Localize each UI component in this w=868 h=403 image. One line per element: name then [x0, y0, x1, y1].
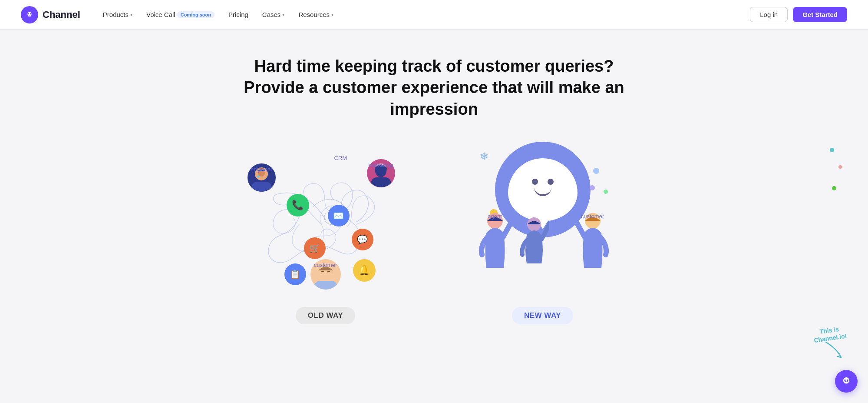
nav-left: Channel Products ▾ Voice Call Coming soo…	[21, 6, 339, 23]
snowflake-icon: ❄	[480, 150, 488, 163]
new-way-panel: ❄ agent	[452, 137, 634, 324]
cart-icon: 🛒	[304, 237, 326, 259]
new-way-illustration: ❄ agent	[452, 137, 634, 303]
hero-headline: Hard time keeping track of customer quer…	[239, 56, 630, 120]
illustrations-section: engineer CRM marketing 📞	[0, 120, 868, 333]
nav-links: Products ▾ Voice Call Coming soon Pricin…	[98, 8, 339, 21]
scatter-dots-area	[830, 148, 842, 190]
new-way-badge: NEW WAY	[512, 307, 573, 324]
old-way-badge: OLD WAY	[296, 307, 355, 324]
nav-right: Log in Get Started	[750, 7, 847, 22]
customer-avatar-left: customer	[310, 259, 341, 290]
scatter-dot-2	[838, 165, 842, 169]
scatter-dot-1	[830, 148, 834, 152]
left-eye	[532, 179, 538, 185]
logo-icon	[21, 6, 38, 23]
deco-dot-3	[590, 185, 595, 190]
nav-item-resources[interactable]: Resources ▾	[293, 8, 339, 21]
deco-dot-2	[604, 190, 608, 194]
nav-item-pricing[interactable]: Pricing	[223, 8, 254, 21]
annotation-arrow	[824, 340, 845, 362]
chat-icon: 💬	[352, 229, 373, 250]
face-mouth	[534, 187, 551, 196]
svg-point-15	[844, 380, 846, 381]
chevron-down-icon: ▾	[282, 12, 284, 17]
customer-label-right: customer	[581, 213, 604, 220]
deco-dot-1	[593, 168, 599, 174]
coming-soon-badge: Coming soon	[177, 11, 215, 18]
clipboard-icon: 📋	[284, 263, 306, 285]
customer-figure-right: customer	[575, 211, 610, 268]
nav-item-voice-call[interactable]: Voice Call Coming soon	[141, 8, 220, 21]
bell-icon: 🔔	[353, 259, 376, 282]
svg-point-1	[28, 13, 29, 14]
login-button[interactable]: Log in	[750, 7, 788, 22]
chevron-down-icon: ▾	[130, 12, 132, 17]
logo-text: Channel	[43, 9, 80, 20]
email-icon: ✉️	[328, 205, 350, 226]
customer-label-left: customer	[314, 262, 337, 268]
crm-label: CRM	[334, 155, 347, 161]
svg-rect-10	[314, 281, 337, 290]
engineer-label: engineer	[251, 166, 273, 173]
engineer-avatar: engineer	[248, 163, 276, 192]
svg-point-2	[30, 13, 31, 14]
scatter-dot-3	[832, 186, 836, 190]
get-started-button[interactable]: Get Started	[793, 7, 847, 22]
hero-section: Hard time keeping track of customer quer…	[0, 30, 868, 120]
nav-item-products[interactable]: Products ▾	[98, 8, 138, 21]
marketing-avatar: marketing	[367, 159, 395, 187]
middle-figure	[519, 216, 549, 263]
old-way-panel: engineer CRM marketing 📞	[234, 137, 417, 324]
chevron-down-icon: ▾	[331, 12, 333, 17]
phone-icon: 📞	[287, 194, 309, 216]
chat-face	[508, 158, 578, 221]
navbar: Channel Products ▾ Voice Call Coming soo…	[0, 0, 868, 30]
agent-label: agent	[488, 213, 502, 220]
nav-item-cases[interactable]: Cases ▾	[257, 8, 290, 21]
right-eye	[548, 179, 554, 185]
svg-point-6	[257, 175, 260, 178]
face-eyes	[532, 179, 554, 185]
chat-widget-button[interactable]	[835, 370, 858, 393]
agent-figure: agent	[478, 211, 512, 268]
svg-point-16	[847, 380, 848, 381]
svg-rect-8	[371, 177, 391, 187]
svg-rect-4	[252, 182, 271, 192]
old-way-illustration: engineer CRM marketing 📞	[234, 137, 417, 303]
marketing-label: marketing	[368, 162, 393, 168]
logo[interactable]: Channel	[21, 6, 80, 23]
